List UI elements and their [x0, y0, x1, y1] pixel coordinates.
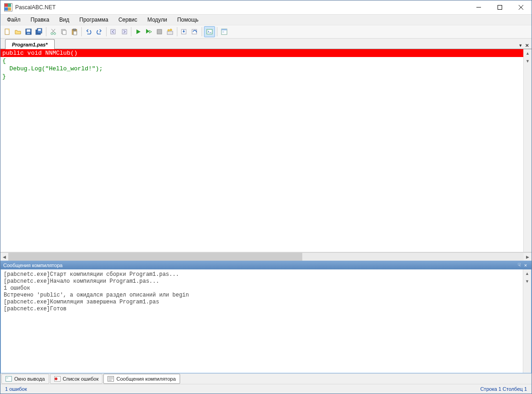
form-designer-button[interactable] — [219, 27, 229, 37]
svg-line-15 — [51, 29, 55, 33]
output-icon — [6, 376, 12, 382]
nav-forward-button[interactable] — [119, 27, 129, 37]
cut-button[interactable] — [48, 27, 58, 37]
svg-point-37 — [55, 377, 57, 380]
tab-output-window[interactable]: Окно вывода — [1, 374, 49, 384]
output-window-button[interactable] — [204, 26, 215, 37]
paste-button[interactable] — [69, 27, 79, 37]
svg-rect-17 — [62, 30, 66, 34]
svg-rect-8 — [27, 33, 30, 34]
window-title: PascalABC.NET — [15, 4, 56, 11]
svg-point-12 — [51, 33, 53, 34]
maximize-button[interactable] — [489, 0, 510, 14]
scroll-right-icon[interactable]: ▶ — [524, 253, 532, 261]
svg-rect-22 — [122, 29, 127, 34]
step-over-button[interactable] — [190, 27, 200, 37]
hscroll-thumb[interactable] — [8, 253, 302, 261]
status-line-label: Строка — [480, 386, 497, 392]
undo-button[interactable] — [84, 27, 94, 37]
app-window: PascalABC.NET Файл Правка Вид Программа … — [0, 0, 532, 394]
new-file-button[interactable] — [2, 27, 12, 37]
menu-program[interactable]: Программа — [75, 16, 113, 24]
svg-rect-1 — [498, 6, 502, 10]
tab-close-icon[interactable]: × — [525, 42, 529, 49]
code-line-4: } — [0, 73, 523, 80]
file-tab-active[interactable]: Program1.pas* — [5, 39, 55, 49]
close-button[interactable] — [510, 0, 532, 14]
svg-rect-34 — [6, 377, 12, 382]
titlebar: PascalABC.NET — [0, 0, 532, 15]
statusbar: 1 ошибок Строка 1 Столбец 1 — [0, 384, 532, 394]
code-error-line: public void NNMClub() — [0, 49, 523, 57]
status-col-value: 1 — [524, 386, 527, 392]
run-no-debug-button[interactable] — [144, 27, 154, 37]
panel-close-icon[interactable]: × — [522, 263, 529, 268]
code-line-2: { — [0, 57, 523, 65]
menu-view[interactable]: Вид — [55, 16, 74, 24]
code-editor[interactable]: public void NNMClub(){ Debug.Log("Hello_… — [0, 49, 523, 252]
svg-point-26 — [170, 29, 172, 31]
svg-rect-32 — [221, 29, 227, 30]
compiler-msg-icon — [108, 376, 114, 382]
svg-rect-7 — [27, 29, 30, 32]
svg-rect-29 — [207, 29, 212, 34]
code-line-3: Debug.Log("Hello_world!"); — [0, 65, 523, 73]
svg-rect-33 — [222, 31, 224, 33]
svg-point-25 — [168, 29, 170, 31]
compiler-output-panel: [pabcnetc.exe]Старт компиляции сборки Pr… — [0, 269, 532, 373]
scroll-down-icon[interactable]: ▼ — [523, 277, 531, 285]
menu-file[interactable]: Файл — [2, 16, 25, 24]
svg-rect-24 — [167, 31, 173, 34]
minimize-button[interactable] — [468, 0, 489, 14]
bottom-panel-tabs: Окно вывода Список ошибок Сообщения комп… — [0, 373, 532, 384]
vertical-scrollbar[interactable]: ▲ ▼ — [523, 49, 532, 252]
menubar: Файл Правка Вид Программа Сервис Модули … — [0, 15, 532, 25]
status-errors: 1 ошибок — [5, 386, 27, 392]
compiler-panel-label: Сообщения компилятора — [3, 263, 62, 268]
svg-line-14 — [52, 29, 55, 33]
editor-area: public void NNMClub(){ Debug.Log("Hello_… — [0, 49, 532, 252]
svg-rect-11 — [38, 29, 41, 31]
scroll-up-icon[interactable]: ▲ — [523, 269, 531, 277]
stop-button[interactable] — [154, 27, 164, 37]
scroll-up-icon[interactable]: ▲ — [524, 49, 532, 57]
svg-rect-21 — [111, 29, 115, 34]
tab-error-list[interactable]: Список ошибок — [50, 374, 103, 384]
svg-rect-5 — [8, 29, 9, 30]
tab-dropdown-icon[interactable]: ▼ — [518, 43, 522, 48]
menu-edit[interactable]: Правка — [26, 16, 54, 24]
file-tabstrip: Program1.pas* ▼ × — [0, 39, 532, 49]
scroll-left-icon[interactable]: ◀ — [0, 253, 8, 261]
error-list-icon — [54, 376, 61, 382]
svg-rect-19 — [73, 29, 76, 30]
menu-modules[interactable]: Модули — [143, 16, 172, 24]
compiler-panel-title: Сообщения компилятора ☟ × — [0, 261, 532, 269]
editor-wrap: public void NNMClub(){ Debug.Log("Hello_… — [0, 49, 532, 261]
compiler-scrollbar[interactable]: ▲ ▼ — [523, 269, 531, 373]
open-file-button[interactable] — [13, 27, 23, 37]
run-button[interactable] — [133, 27, 143, 37]
copy-button[interactable] — [59, 27, 69, 37]
status-col-label: Столбец — [503, 386, 523, 392]
svg-point-13 — [54, 33, 56, 34]
save-button[interactable] — [23, 27, 34, 37]
menu-help[interactable]: Помощь — [173, 16, 203, 24]
scroll-down-icon[interactable]: ▼ — [524, 57, 532, 65]
compile-button[interactable] — [165, 27, 175, 37]
pin-icon[interactable]: ☟ — [516, 262, 522, 268]
svg-rect-20 — [74, 31, 77, 35]
redo-button[interactable] — [94, 27, 104, 37]
menu-service[interactable]: Сервис — [114, 16, 142, 24]
nav-back-button[interactable] — [108, 27, 119, 37]
horizontal-scrollbar[interactable]: ◀ ▶ — [0, 252, 532, 261]
compiler-output-text[interactable]: [pabcnetc.exe]Старт компиляции сборки Pr… — [1, 269, 523, 373]
svg-rect-23 — [157, 29, 162, 34]
step-into-button[interactable] — [179, 27, 189, 37]
toolbar — [0, 25, 532, 39]
app-icon — [4, 3, 12, 11]
save-all-button[interactable] — [34, 27, 44, 37]
tab-compiler-messages[interactable]: Сообщения компилятора — [103, 374, 180, 384]
